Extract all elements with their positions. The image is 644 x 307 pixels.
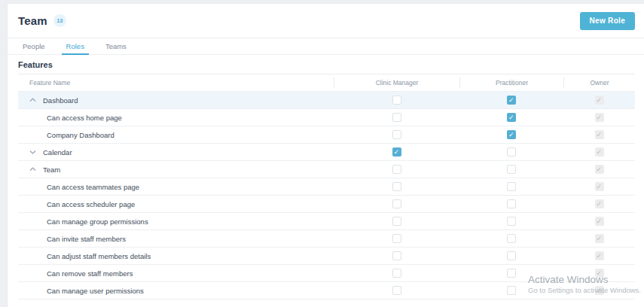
checkbox-practitioner[interactable] bbox=[507, 251, 516, 260]
checkbox-practitioner[interactable] bbox=[507, 165, 516, 174]
table-row: Calendar bbox=[18, 143, 635, 160]
clinic-manager-cell bbox=[334, 286, 459, 295]
checkbox-practitioner[interactable] bbox=[507, 147, 516, 157]
feature-name: Can manage group permissions bbox=[47, 217, 148, 226]
checkbox-practitioner[interactable] bbox=[507, 182, 516, 191]
feature-name: Can access home page bbox=[47, 114, 122, 122]
column-header-owner: Owner bbox=[563, 78, 635, 88]
checkbox-owner bbox=[595, 130, 604, 139]
feature-cell: Can remove staff members bbox=[18, 269, 334, 278]
checkbox-owner bbox=[595, 96, 604, 105]
checkbox-practitioner[interactable] bbox=[507, 269, 516, 278]
table-row: Team bbox=[18, 160, 635, 178]
checkbox-clinic-manager[interactable] bbox=[392, 286, 401, 295]
clinic-manager-cell bbox=[334, 130, 459, 139]
checkbox-practitioner[interactable] bbox=[507, 286, 516, 295]
column-header-feature-name: Feature Name bbox=[18, 79, 334, 87]
practitioner-cell bbox=[459, 251, 563, 260]
practitioner-cell bbox=[459, 234, 563, 243]
team-count-badge: 13 bbox=[53, 14, 66, 27]
tab-bar: People Roles Teams bbox=[8, 38, 644, 55]
owner-cell bbox=[563, 147, 635, 157]
table-row: Can manage group permissions bbox=[18, 212, 635, 229]
owner-cell bbox=[563, 130, 635, 139]
checkbox-clinic-manager[interactable] bbox=[392, 113, 401, 122]
owner-cell bbox=[563, 182, 635, 191]
checkbox-practitioner[interactable] bbox=[507, 96, 516, 105]
practitioner-cell bbox=[459, 147, 563, 157]
checkbox-practitioner[interactable] bbox=[507, 234, 516, 243]
practitioner-cell bbox=[459, 130, 563, 139]
feature-cell: Can access teammates page bbox=[18, 183, 334, 191]
feature-name: Company Dashboard bbox=[47, 131, 114, 139]
page-header: Team 13 New Role bbox=[8, 4, 644, 38]
clinic-manager-cell bbox=[334, 217, 459, 226]
checkbox-clinic-manager[interactable] bbox=[392, 147, 401, 157]
table-row: Can access scheduler page bbox=[18, 195, 635, 212]
tab-people[interactable]: People bbox=[18, 38, 50, 54]
feature-name: Team bbox=[43, 166, 60, 174]
chevron-down-icon[interactable] bbox=[29, 150, 36, 154]
feature-name: Dashboard bbox=[43, 96, 78, 105]
chevron-up-icon[interactable] bbox=[29, 167, 36, 172]
feature-name: Can adjust staff members details bbox=[47, 252, 151, 260]
checkbox-clinic-manager[interactable] bbox=[392, 199, 401, 208]
owner-cell bbox=[563, 251, 635, 260]
table-row: Can remove staff members bbox=[18, 264, 635, 281]
feature-cell: Can adjust staff members details bbox=[18, 252, 334, 260]
checkbox-owner bbox=[595, 199, 604, 208]
owner-cell bbox=[563, 234, 635, 243]
table-row: Can access teammates page bbox=[18, 178, 635, 195]
practitioner-cell bbox=[459, 113, 563, 122]
owner-cell bbox=[563, 217, 635, 226]
checkbox-owner bbox=[595, 147, 604, 157]
owner-cell bbox=[563, 113, 635, 122]
feature-cell: Can access home page bbox=[18, 114, 334, 122]
page-title: Team bbox=[18, 14, 47, 27]
checkbox-clinic-manager[interactable] bbox=[392, 165, 401, 174]
feature-cell: Can access scheduler page bbox=[18, 200, 334, 208]
checkbox-owner bbox=[595, 113, 604, 122]
practitioner-cell bbox=[459, 269, 563, 278]
feature-name: Can invite staff members bbox=[47, 235, 126, 243]
clinic-manager-cell bbox=[334, 113, 459, 122]
feature-cell: Can invite staff members bbox=[18, 235, 334, 243]
owner-cell bbox=[563, 269, 635, 278]
checkbox-owner bbox=[595, 251, 604, 260]
checkbox-practitioner[interactable] bbox=[507, 113, 516, 122]
owner-cell bbox=[563, 286, 635, 295]
checkbox-practitioner[interactable] bbox=[507, 217, 516, 226]
practitioner-cell bbox=[459, 165, 563, 174]
clinic-manager-cell bbox=[334, 165, 459, 174]
clinic-manager-cell bbox=[334, 269, 459, 278]
feature-cell: Calendar bbox=[18, 148, 334, 157]
feature-cell: Can manage user permissions bbox=[18, 287, 334, 295]
clinic-manager-cell bbox=[334, 234, 459, 243]
checkbox-clinic-manager[interactable] bbox=[392, 130, 401, 139]
team-page-card: Team 13 New Role People Roles Teams Feat… bbox=[7, 3, 644, 307]
feature-cell: Can manage group permissions bbox=[18, 217, 334, 226]
checkbox-practitioner[interactable] bbox=[507, 199, 516, 208]
checkbox-owner bbox=[595, 165, 604, 174]
checkbox-clinic-manager[interactable] bbox=[392, 251, 401, 260]
owner-cell bbox=[563, 96, 635, 105]
feature-name: Can manage user permissions bbox=[47, 287, 144, 295]
new-role-button[interactable]: New Role bbox=[580, 12, 635, 30]
checkbox-practitioner[interactable] bbox=[507, 130, 516, 139]
feature-name: Can remove staff members bbox=[47, 269, 133, 278]
tab-roles[interactable]: Roles bbox=[62, 38, 89, 54]
checkbox-clinic-manager[interactable] bbox=[392, 96, 401, 105]
checkbox-clinic-manager[interactable] bbox=[392, 217, 401, 226]
tab-teams[interactable]: Teams bbox=[101, 38, 131, 54]
checkbox-owner bbox=[595, 286, 604, 295]
checkbox-clinic-manager[interactable] bbox=[392, 182, 401, 191]
column-header-clinic-manager: Clinic Manager bbox=[334, 78, 459, 88]
checkbox-owner bbox=[595, 269, 604, 278]
feature-cell: Company Dashboard bbox=[18, 131, 334, 139]
chevron-up-icon[interactable] bbox=[29, 98, 36, 102]
features-section-title: Features bbox=[18, 60, 644, 69]
feature-name: Calendar bbox=[43, 148, 72, 157]
checkbox-clinic-manager[interactable] bbox=[392, 234, 401, 243]
clinic-manager-cell bbox=[334, 182, 459, 191]
checkbox-clinic-manager[interactable] bbox=[392, 269, 401, 278]
